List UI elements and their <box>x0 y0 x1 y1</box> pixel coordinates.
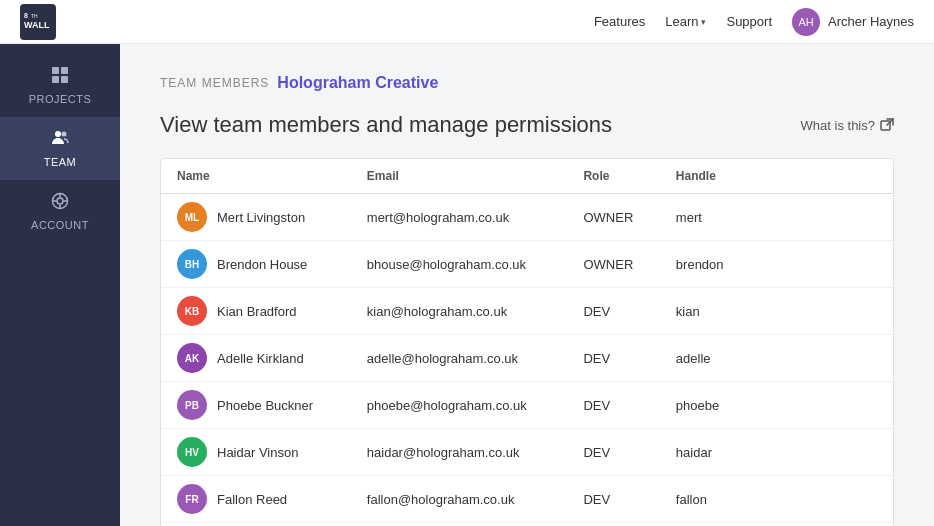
cell-handle: kieren <box>660 523 893 527</box>
sidebar: Projects Team <box>0 44 120 526</box>
table-row: PBPhoebe Bucknerphoebe@holograham.co.ukD… <box>161 382 893 429</box>
avatar: HV <box>177 437 207 467</box>
cell-role: DEV <box>567 523 659 527</box>
cell-role: OWNER <box>567 241 659 288</box>
user-menu[interactable]: AH Archer Haynes <box>792 8 914 36</box>
team-table: Name Email Role Handle MLMert Livingston… <box>161 159 893 526</box>
cell-email: bhouse@holograham.co.uk <box>351 241 568 288</box>
svg-text:WALL: WALL <box>24 20 50 30</box>
breadcrumb-org: Holograham Creative <box>277 74 438 92</box>
nav-features[interactable]: Features <box>594 14 645 29</box>
svg-rect-6 <box>52 76 59 83</box>
avatar: PB <box>177 390 207 420</box>
cell-name: KBKian Bradford <box>161 288 351 335</box>
cell-email: kian@holograham.co.uk <box>351 288 568 335</box>
col-role: Role <box>567 159 659 194</box>
cell-name: HVHaidar Vinson <box>161 429 351 476</box>
top-nav: 8 TH WALL Features Learn ▾ Support AH Ar… <box>0 0 934 44</box>
member-name: Mert Livingston <box>217 210 305 225</box>
member-name: Phoebe Buckner <box>217 398 313 413</box>
cell-email: phoebe@holograham.co.uk <box>351 382 568 429</box>
table-row: KBKieren Brookskieren@holograham.co.ukDE… <box>161 523 893 527</box>
avatar: FR <box>177 484 207 514</box>
cell-email: haidar@holograham.co.uk <box>351 429 568 476</box>
cell-name: FRFallon Reed <box>161 476 351 523</box>
cell-name: MLMert Livingston <box>161 194 351 241</box>
cell-handle: brendon <box>660 241 893 288</box>
sidebar-account-label: Account <box>31 219 89 231</box>
cell-handle: adelle <box>660 335 893 382</box>
what-is-this-link[interactable]: What is this? <box>801 118 894 133</box>
sidebar-item-account[interactable]: Account <box>0 180 120 243</box>
table-header-row: Name Email Role Handle <box>161 159 893 194</box>
cell-name: BHBrendon House <box>161 241 351 288</box>
page-title: View team members and manage permissions <box>160 112 612 138</box>
team-table-container: Name Email Role Handle MLMert Livingston… <box>160 158 894 526</box>
cell-role: DEV <box>567 288 659 335</box>
table-row: HVHaidar Vinsonhaidar@holograham.co.ukDE… <box>161 429 893 476</box>
cell-name: PBPhoebe Buckner <box>161 382 351 429</box>
table-row: BHBrendon Housebhouse@holograham.co.ukOW… <box>161 241 893 288</box>
member-name: Brendon House <box>217 257 307 272</box>
nav-support[interactable]: Support <box>726 14 772 29</box>
member-name: Adelle Kirkland <box>217 351 304 366</box>
member-name: Fallon Reed <box>217 492 287 507</box>
cell-email: adelle@holograham.co.uk <box>351 335 568 382</box>
cell-email: fallon@holograham.co.uk <box>351 476 568 523</box>
sidebar-item-team[interactable]: Team <box>0 117 120 180</box>
table-row: AKAdelle Kirklandadelle@holograham.co.uk… <box>161 335 893 382</box>
svg-text:TH: TH <box>31 13 38 19</box>
cell-email: mert@holograham.co.uk <box>351 194 568 241</box>
breadcrumb-section: TEAM MEMBERS <box>160 76 269 90</box>
sidebar-team-label: Team <box>44 156 77 168</box>
member-name: Kian Bradford <box>217 304 297 319</box>
col-handle: Handle <box>660 159 893 194</box>
cell-email: kieren@holograham.co.uk <box>351 523 568 527</box>
sidebar-item-projects[interactable]: Projects <box>0 54 120 117</box>
avatar: KB <box>177 296 207 326</box>
cell-name: AKAdelle Kirkland <box>161 335 351 382</box>
cell-handle: kian <box>660 288 893 335</box>
cell-name: KBKieren Brooks <box>161 523 351 527</box>
nav-learn[interactable]: Learn ▾ <box>665 14 706 29</box>
svg-point-9 <box>62 132 67 137</box>
avatar: ML <box>177 202 207 232</box>
col-email: Email <box>351 159 568 194</box>
page-header: View team members and manage permissions… <box>160 112 894 138</box>
cell-role: DEV <box>567 429 659 476</box>
svg-text:8: 8 <box>24 12 28 19</box>
logo: 8 TH WALL <box>20 4 56 40</box>
cell-role: DEV <box>567 335 659 382</box>
table-row: MLMert Livingstonmert@holograham.co.ukOW… <box>161 194 893 241</box>
team-icon <box>51 129 69 151</box>
col-name: Name <box>161 159 351 194</box>
projects-icon <box>51 66 69 88</box>
avatar: AK <box>177 343 207 373</box>
svg-rect-7 <box>61 76 68 83</box>
cell-role: DEV <box>567 476 659 523</box>
cell-role: DEV <box>567 382 659 429</box>
svg-point-8 <box>55 131 61 137</box>
member-name: Haidar Vinson <box>217 445 298 460</box>
cell-handle: haidar <box>660 429 893 476</box>
main-content: TEAM MEMBERS Holograham Creative View te… <box>120 44 934 526</box>
user-avatar: AH <box>792 8 820 36</box>
user-name: Archer Haynes <box>828 14 914 29</box>
cell-handle: mert <box>660 194 893 241</box>
nav-links: Features Learn ▾ Support <box>594 14 772 29</box>
cell-handle: phoebe <box>660 382 893 429</box>
svg-rect-4 <box>52 67 59 74</box>
sidebar-projects-label: Projects <box>29 93 92 105</box>
svg-point-11 <box>57 198 63 204</box>
table-row: KBKian Bradfordkian@holograham.co.ukDEVk… <box>161 288 893 335</box>
svg-rect-5 <box>61 67 68 74</box>
avatar: BH <box>177 249 207 279</box>
external-link-icon <box>880 118 894 132</box>
cell-role: OWNER <box>567 194 659 241</box>
breadcrumb: TEAM MEMBERS Holograham Creative <box>160 74 894 92</box>
cell-handle: fallon <box>660 476 893 523</box>
logo-icon: 8 TH WALL <box>20 4 56 40</box>
learn-chevron-icon: ▾ <box>701 17 706 27</box>
app-layout: Projects Team <box>0 44 934 526</box>
account-icon <box>51 192 69 214</box>
